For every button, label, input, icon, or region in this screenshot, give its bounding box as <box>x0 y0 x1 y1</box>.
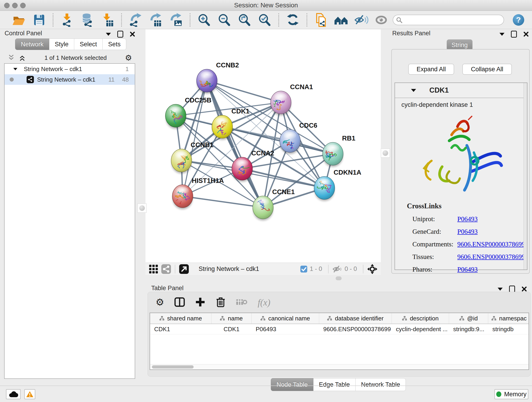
memory-button[interactable]: Memory <box>494 389 528 399</box>
cloud-status-button[interactable] <box>6 389 21 399</box>
show-columns-button[interactable] <box>174 297 185 308</box>
collapse-all-button[interactable]: Collapse All <box>462 64 512 75</box>
collapse-all-icon[interactable] <box>7 54 15 61</box>
delete-table-button[interactable] <box>236 298 248 307</box>
crosslink-link[interactable]: 9606.ENSP00000378699 <box>457 253 525 261</box>
close-panel-icon[interactable] <box>521 286 527 292</box>
column-header-canonical-name[interactable]: canonical name <box>252 313 319 324</box>
crosslink-link[interactable]: P06493 <box>457 266 478 273</box>
network-edge[interactable] <box>207 81 281 102</box>
grid-view-icon[interactable] <box>149 264 158 274</box>
network-edge-count: 48 <box>122 76 129 83</box>
network-canvas[interactable]: CCNB2CCNA1CDC25BCDK1CDC6RB1CCNB1CCNA2CDK… <box>146 29 381 263</box>
network-edge[interactable] <box>183 196 263 207</box>
table-cell: P06493 <box>252 324 319 334</box>
birds-eye-navigator-icon[interactable] <box>367 264 378 274</box>
network-node-cdc25b[interactable]: CDC25B <box>165 96 211 129</box>
network-edge[interactable] <box>207 81 263 207</box>
column-header-namespac[interactable]: namespac <box>488 313 529 324</box>
import-network-button[interactable] <box>60 13 74 27</box>
toolbar-separator <box>53 13 53 27</box>
tab-edge-table[interactable]: Edge Table <box>313 378 355 391</box>
column-header-description[interactable]: description <box>392 313 449 324</box>
table-settings-button[interactable]: ⚙ <box>156 298 164 307</box>
right-splitter-handle[interactable] <box>381 148 390 158</box>
column-header--id[interactable]: @id <box>449 313 488 324</box>
warnings-button[interactable] <box>24 389 35 399</box>
export-table-button[interactable] <box>149 13 163 27</box>
column-header-shared-name[interactable]: shared name <box>150 313 211 324</box>
main-toolbar: ? <box>0 11 532 29</box>
string-network-graph[interactable]: CCNB2CCNA1CDC25BCDK1CDC6RB1CCNB1CCNA2CDK… <box>146 29 381 263</box>
left-splitter-handle[interactable] <box>138 204 147 213</box>
close-panel-icon[interactable] <box>523 32 529 37</box>
export-network-button[interactable] <box>128 13 143 27</box>
results-scrollbar[interactable] <box>524 83 527 269</box>
save-session-button[interactable] <box>32 13 46 27</box>
panel-menu-icon[interactable] <box>500 33 505 36</box>
float-panel-icon[interactable] <box>509 286 515 293</box>
network-view-icon[interactable] <box>161 264 171 274</box>
tab-select[interactable]: Select <box>74 38 103 50</box>
tab-style[interactable]: Style <box>49 38 74 50</box>
tab-string[interactable]: String <box>447 39 472 51</box>
float-panel-icon[interactable] <box>511 31 517 38</box>
float-panel-icon[interactable] <box>117 31 123 38</box>
gear-icon[interactable]: ⚙ <box>125 54 132 62</box>
refresh-button[interactable] <box>286 13 300 27</box>
horizontal-splitter-handle[interactable] <box>336 276 342 280</box>
collapse-gene-icon[interactable] <box>411 89 416 92</box>
function-builder-button[interactable]: f(x) <box>258 297 271 308</box>
export-image-button[interactable] <box>169 13 183 27</box>
show-graphics-button[interactable] <box>374 13 389 27</box>
zoom-in-button[interactable] <box>197 13 211 27</box>
crosslink-link[interactable]: P06493 <box>457 228 478 235</box>
column-header-name[interactable]: name <box>211 313 252 324</box>
collection-expand-icon[interactable] <box>13 68 17 70</box>
open-file-button[interactable] <box>12 13 26 27</box>
string-import-button[interactable] <box>314 13 328 27</box>
table-row[interactable]: CDK1CDK1P064939606.ENSP00000378699cyclin… <box>150 324 529 334</box>
import-table-button[interactable] <box>100 13 114 27</box>
scrollbar-thumb[interactable] <box>152 365 194 369</box>
selected-checkbox-icon[interactable] <box>300 265 307 273</box>
tab-node-table[interactable]: Node Table <box>271 378 313 391</box>
crosslink-link[interactable]: 9606.ENSP00000378699 <box>457 240 525 248</box>
tab-network-table[interactable]: Network Table <box>355 378 406 391</box>
network-node-hist1h1a[interactable]: HIST1H1A <box>172 177 224 209</box>
table-horizontal-scrollbar[interactable] <box>150 364 529 370</box>
plus-icon <box>195 297 206 307</box>
expand-all-button[interactable]: Expand All <box>408 64 454 75</box>
network-row[interactable]: String Network – cdk1 11 48 <box>5 74 135 85</box>
column-header-database-identifier[interactable]: database identifier <box>319 313 392 324</box>
network-node-rb1[interactable]: RB1 <box>323 134 355 167</box>
zoom-out-button[interactable] <box>217 13 231 27</box>
hidden-eye-icon[interactable] <box>332 264 342 274</box>
home-networks-button[interactable] <box>334 13 348 27</box>
network-node-ccnb1[interactable]: CCNB1 <box>171 141 214 173</box>
help-button[interactable]: ? <box>512 14 525 26</box>
close-panel-icon[interactable] <box>130 32 135 37</box>
zoom-selected-button[interactable] <box>258 13 272 27</box>
tab-network[interactable]: Network <box>15 38 49 50</box>
panel-menu-icon[interactable] <box>106 33 111 36</box>
gene-header[interactable]: CDK1 <box>395 83 527 98</box>
network-node-cdkn1a[interactable]: CDKN1A <box>311 169 361 201</box>
search-input[interactable] <box>393 15 504 25</box>
table-panel-controls <box>498 286 527 293</box>
zoom-fit-button[interactable] <box>237 13 252 27</box>
node-table[interactable]: shared namenamecanonical namedatabase id… <box>150 313 529 370</box>
crosslink-link[interactable]: P06493 <box>457 215 478 223</box>
export-view-icon[interactable] <box>179 264 189 274</box>
delete-column-button[interactable] <box>215 297 226 308</box>
panel-menu-icon[interactable] <box>498 288 503 291</box>
tab-sets[interactable]: Sets <box>103 38 126 50</box>
network-node-ccna1[interactable]: CCNA1 <box>271 83 313 115</box>
import-database-button[interactable] <box>80 13 94 27</box>
add-column-button[interactable] <box>195 297 206 308</box>
hidden-count: 0 - 0 <box>345 265 357 273</box>
hide-unhide-button[interactable] <box>354 13 368 27</box>
expand-all-icon[interactable] <box>18 54 26 61</box>
network-collection-row[interactable]: String Network – cdk1 1 <box>5 64 135 74</box>
network-node-ccnb2[interactable]: CCNB2 <box>194 61 239 94</box>
